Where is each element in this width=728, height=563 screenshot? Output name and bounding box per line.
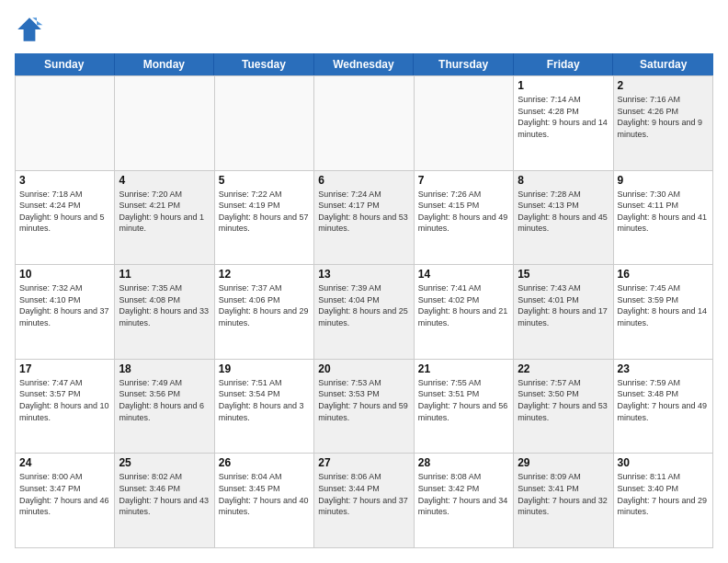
day-cell-17: 17Sunrise: 7:47 AM Sunset: 3:57 PM Dayli…	[16, 360, 115, 454]
day-cell-9: 9Sunrise: 7:30 AM Sunset: 4:11 PM Daylig…	[614, 171, 713, 265]
day-cell-1: 1Sunrise: 7:14 AM Sunset: 4:28 PM Daylig…	[514, 76, 613, 170]
weekday-header-saturday: Saturday	[613, 53, 713, 75]
day-number: 25	[119, 456, 210, 469]
day-cell-29: 29Sunrise: 8:09 AM Sunset: 3:41 PM Dayli…	[514, 454, 613, 547]
day-number: 10	[19, 268, 110, 281]
day-cell-26: 26Sunrise: 8:04 AM Sunset: 3:45 PM Dayli…	[215, 454, 314, 547]
weekday-header-wednesday: Wednesday	[314, 53, 415, 75]
day-cell-5: 5Sunrise: 7:22 AM Sunset: 4:19 PM Daylig…	[215, 171, 314, 265]
day-info: Sunrise: 7:47 AM Sunset: 3:57 PM Dayligh…	[19, 377, 110, 423]
day-number: 1	[518, 79, 609, 92]
day-number: 3	[19, 174, 110, 187]
day-number: 30	[618, 456, 709, 469]
day-number: 12	[219, 268, 310, 281]
day-info: Sunrise: 8:04 AM Sunset: 3:45 PM Dayligh…	[219, 471, 310, 517]
day-info: Sunrise: 7:39 AM Sunset: 4:04 PM Dayligh…	[318, 282, 409, 328]
day-info: Sunrise: 7:57 AM Sunset: 3:50 PM Dayligh…	[518, 377, 609, 423]
day-info: Sunrise: 7:16 AM Sunset: 4:26 PM Dayligh…	[618, 94, 709, 140]
day-cell-7: 7Sunrise: 7:26 AM Sunset: 4:15 PM Daylig…	[415, 171, 514, 265]
day-cell-8: 8Sunrise: 7:28 AM Sunset: 4:13 PM Daylig…	[514, 171, 613, 265]
day-cell-16: 16Sunrise: 7:45 AM Sunset: 3:59 PM Dayli…	[614, 265, 713, 359]
day-info: Sunrise: 7:59 AM Sunset: 3:48 PM Dayligh…	[618, 377, 709, 423]
day-info: Sunrise: 8:02 AM Sunset: 3:46 PM Dayligh…	[119, 471, 210, 517]
day-cell-2: 2Sunrise: 7:16 AM Sunset: 4:26 PM Daylig…	[614, 76, 713, 170]
weekday-header-tuesday: Tuesday	[214, 53, 314, 75]
weekday-header-monday: Monday	[115, 53, 215, 75]
empty-cell-0-1	[115, 76, 214, 170]
day-number: 26	[219, 456, 310, 469]
day-number: 28	[418, 456, 509, 469]
day-info: Sunrise: 7:24 AM Sunset: 4:17 PM Dayligh…	[318, 189, 409, 235]
day-cell-22: 22Sunrise: 7:57 AM Sunset: 3:50 PM Dayli…	[514, 360, 613, 454]
day-cell-18: 18Sunrise: 7:49 AM Sunset: 3:56 PM Dayli…	[115, 360, 214, 454]
calendar-body: 1Sunrise: 7:14 AM Sunset: 4:28 PM Daylig…	[15, 75, 713, 548]
calendar-header: SundayMondayTuesdayWednesdayThursdayFrid…	[15, 53, 713, 75]
day-cell-27: 27Sunrise: 8:06 AM Sunset: 3:44 PM Dayli…	[314, 454, 414, 547]
day-number: 24	[19, 456, 110, 469]
weekday-header-sunday: Sunday	[15, 53, 115, 75]
day-cell-25: 25Sunrise: 8:02 AM Sunset: 3:46 PM Dayli…	[115, 454, 214, 547]
day-cell-10: 10Sunrise: 7:32 AM Sunset: 4:10 PM Dayli…	[16, 265, 115, 359]
empty-cell-0-4	[415, 76, 514, 170]
day-number: 20	[318, 362, 409, 375]
day-number: 13	[318, 268, 409, 281]
day-cell-20: 20Sunrise: 7:53 AM Sunset: 3:53 PM Dayli…	[314, 360, 414, 454]
day-number: 15	[518, 268, 609, 281]
day-info: Sunrise: 7:28 AM Sunset: 4:13 PM Dayligh…	[518, 189, 609, 235]
header	[15, 15, 713, 44]
day-info: Sunrise: 7:45 AM Sunset: 3:59 PM Dayligh…	[618, 282, 709, 328]
week-row-2: 3Sunrise: 7:18 AM Sunset: 4:24 PM Daylig…	[16, 171, 713, 266]
logo-icon	[15, 15, 44, 44]
weekday-header-friday: Friday	[514, 53, 614, 75]
day-number: 2	[618, 79, 709, 92]
day-cell-12: 12Sunrise: 7:37 AM Sunset: 4:06 PM Dayli…	[215, 265, 314, 359]
day-number: 17	[19, 362, 110, 375]
day-cell-14: 14Sunrise: 7:41 AM Sunset: 4:02 PM Dayli…	[415, 265, 514, 359]
day-number: 18	[119, 362, 210, 375]
weekday-header-thursday: Thursday	[414, 53, 514, 75]
day-number: 6	[318, 174, 409, 187]
day-cell-30: 30Sunrise: 8:11 AM Sunset: 3:40 PM Dayli…	[614, 454, 713, 547]
day-info: Sunrise: 7:14 AM Sunset: 4:28 PM Dayligh…	[518, 94, 609, 140]
day-cell-13: 13Sunrise: 7:39 AM Sunset: 4:04 PM Dayli…	[314, 265, 414, 359]
day-number: 8	[518, 174, 609, 187]
day-info: Sunrise: 8:00 AM Sunset: 3:47 PM Dayligh…	[19, 471, 110, 517]
week-row-4: 17Sunrise: 7:47 AM Sunset: 3:57 PM Dayli…	[16, 360, 713, 454]
day-number: 22	[518, 362, 609, 375]
day-info: Sunrise: 7:20 AM Sunset: 4:21 PM Dayligh…	[119, 189, 210, 235]
day-number: 11	[119, 268, 210, 281]
week-row-5: 24Sunrise: 8:00 AM Sunset: 3:47 PM Dayli…	[16, 454, 713, 548]
day-cell-19: 19Sunrise: 7:51 AM Sunset: 3:54 PM Dayli…	[215, 360, 314, 454]
day-info: Sunrise: 7:49 AM Sunset: 3:56 PM Dayligh…	[119, 377, 210, 423]
day-number: 7	[418, 174, 509, 187]
week-row-3: 10Sunrise: 7:32 AM Sunset: 4:10 PM Dayli…	[16, 265, 713, 360]
day-cell-4: 4Sunrise: 7:20 AM Sunset: 4:21 PM Daylig…	[115, 171, 214, 265]
day-info: Sunrise: 7:41 AM Sunset: 4:02 PM Dayligh…	[418, 282, 509, 328]
logo	[15, 15, 48, 44]
day-info: Sunrise: 7:35 AM Sunset: 4:08 PM Dayligh…	[119, 282, 210, 328]
day-info: Sunrise: 8:08 AM Sunset: 3:42 PM Dayligh…	[418, 471, 509, 517]
calendar: SundayMondayTuesdayWednesdayThursdayFrid…	[15, 53, 713, 548]
day-cell-23: 23Sunrise: 7:59 AM Sunset: 3:48 PM Dayli…	[614, 360, 713, 454]
day-info: Sunrise: 7:32 AM Sunset: 4:10 PM Dayligh…	[19, 282, 110, 328]
page: SundayMondayTuesdayWednesdayThursdayFrid…	[0, 0, 728, 563]
day-number: 19	[219, 362, 310, 375]
empty-cell-0-0	[16, 76, 115, 170]
day-info: Sunrise: 8:09 AM Sunset: 3:41 PM Dayligh…	[518, 471, 609, 517]
day-number: 4	[119, 174, 210, 187]
day-number: 27	[318, 456, 409, 469]
day-info: Sunrise: 7:55 AM Sunset: 3:51 PM Dayligh…	[418, 377, 509, 423]
day-info: Sunrise: 7:51 AM Sunset: 3:54 PM Dayligh…	[219, 377, 310, 423]
day-number: 29	[518, 456, 609, 469]
day-number: 5	[219, 174, 310, 187]
day-number: 16	[618, 268, 709, 281]
day-cell-28: 28Sunrise: 8:08 AM Sunset: 3:42 PM Dayli…	[415, 454, 514, 547]
day-number: 14	[418, 268, 509, 281]
day-cell-24: 24Sunrise: 8:00 AM Sunset: 3:47 PM Dayli…	[16, 454, 115, 547]
day-info: Sunrise: 7:22 AM Sunset: 4:19 PM Dayligh…	[219, 189, 310, 235]
day-number: 21	[418, 362, 509, 375]
day-info: Sunrise: 7:26 AM Sunset: 4:15 PM Dayligh…	[418, 189, 509, 235]
day-cell-21: 21Sunrise: 7:55 AM Sunset: 3:51 PM Dayli…	[415, 360, 514, 454]
day-number: 23	[618, 362, 709, 375]
day-info: Sunrise: 7:30 AM Sunset: 4:11 PM Dayligh…	[618, 189, 709, 235]
